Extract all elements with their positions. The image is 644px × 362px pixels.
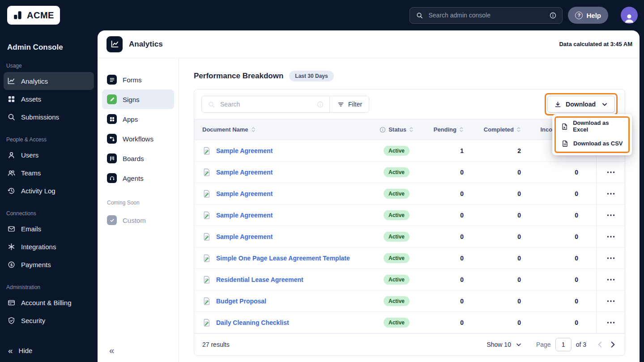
- column-header-document-name[interactable]: Document Name: [194, 119, 365, 140]
- main-panel: Analytics Data calculated at 3:45 AM For…: [98, 30, 640, 362]
- csv-file-icon: [561, 139, 569, 147]
- document-link[interactable]: Simple One Page Lease Agreement Template: [216, 255, 350, 262]
- previous-page-button[interactable]: [598, 341, 602, 348]
- sidebar-item-teams[interactable]: Teams: [4, 164, 94, 182]
- actions-cell: [596, 312, 625, 333]
- signs-icon: [107, 94, 117, 104]
- admin-search[interactable]: [409, 7, 563, 24]
- download-button[interactable]: Download: [547, 96, 615, 113]
- filter-button[interactable]: Filter: [330, 96, 369, 112]
- show-per-page-select[interactable]: Show 10: [486, 341, 522, 349]
- actions-cell: [596, 247, 625, 268]
- column-header-status[interactable]: Status: [365, 119, 428, 140]
- column-header-pending[interactable]: Pending: [428, 119, 482, 140]
- shield-icon: [7, 316, 15, 324]
- document-link[interactable]: Sample Agreement: [216, 190, 273, 197]
- question-icon: ?: [575, 12, 583, 19]
- page-label: Page: [536, 341, 551, 348]
- search-icon: [207, 100, 215, 108]
- sidebar-item-assets[interactable]: Assets: [4, 90, 94, 108]
- row-actions-button[interactable]: [604, 233, 618, 240]
- incomplete-cell: 0: [539, 204, 596, 226]
- table-search-input[interactable]: [219, 100, 312, 108]
- status-badge: Active: [384, 296, 409, 306]
- sidebar-item-account-billing[interactable]: Account & Billing: [4, 294, 94, 311]
- table-search[interactable]: [202, 96, 329, 112]
- document-name-cell: Daily Cleaning Checklist: [194, 312, 365, 333]
- nav-item-agents[interactable]: Agents: [102, 168, 174, 188]
- avatar[interactable]: [621, 7, 638, 24]
- nav-item-label: Boards: [123, 155, 144, 162]
- sort-icon: [516, 127, 521, 132]
- completed-cell: 0: [482, 226, 539, 247]
- status-badge: Active: [384, 232, 409, 242]
- nav-item-custom[interactable]: Custom: [102, 210, 174, 230]
- sign-document-icon: [202, 297, 211, 306]
- sidebar-item-payments[interactable]: $ Payments: [4, 256, 94, 273]
- sidebar-item-security[interactable]: Security: [4, 311, 94, 329]
- actions-cell: [596, 204, 625, 226]
- sidebar-item-label: Submissions: [21, 113, 59, 121]
- analytics-icon: [7, 77, 15, 85]
- table-row: Budget Proposal Active 0 0 0: [194, 290, 625, 312]
- pending-cell: 0: [428, 226, 482, 247]
- document-link[interactable]: Budget Proposal: [216, 298, 266, 305]
- completed-cell: 0: [482, 247, 539, 268]
- download-dropdown-menu: Download as Excel Download as CSV: [552, 114, 632, 155]
- nav-collapse-button[interactable]: «: [109, 345, 114, 356]
- sign-document-icon: [202, 254, 211, 263]
- status-cell: Active: [365, 162, 428, 183]
- pending-cell: 0: [428, 204, 482, 226]
- sidebar-section-administration: Administration Account & Billing Securit…: [0, 284, 98, 329]
- sidebar-item-users[interactable]: Users: [4, 146, 94, 164]
- document-name-cell: Sample Agreement: [194, 204, 365, 226]
- nav-item-signs[interactable]: Signs: [102, 89, 174, 109]
- document-link[interactable]: Sample Agreement: [216, 212, 273, 219]
- row-actions-button[interactable]: [604, 255, 618, 262]
- sidebar-hide-button[interactable]: « Hide: [8, 346, 32, 355]
- nav-item-workflows[interactable]: Workflows: [102, 129, 174, 149]
- results-count: 27 results: [202, 341, 230, 348]
- row-actions-button[interactable]: [604, 298, 618, 305]
- sidebar-item-activity-log[interactable]: Activity Log: [4, 182, 94, 200]
- row-actions-button[interactable]: [604, 276, 618, 283]
- sidebar-item-emails[interactable]: Emails: [4, 220, 94, 238]
- sidebar-item-analytics[interactable]: Analytics: [4, 72, 94, 90]
- sidebar-item-submissions[interactable]: Submissions: [4, 108, 94, 126]
- document-link[interactable]: Sample Agreement: [216, 169, 273, 176]
- next-page-button[interactable]: [611, 341, 615, 348]
- period-badge: Last 30 Days: [289, 71, 333, 81]
- status-badge: Active: [384, 275, 409, 285]
- sign-document-icon: [202, 318, 211, 327]
- document-link[interactable]: Sample Agreement: [216, 147, 273, 154]
- download-label: Download: [566, 101, 596, 108]
- row-actions-button[interactable]: [604, 169, 618, 176]
- incomplete-cell: 0: [539, 269, 596, 290]
- row-actions-button[interactable]: [604, 212, 618, 219]
- admin-search-input[interactable]: [427, 11, 545, 19]
- column-header-completed[interactable]: Completed: [482, 119, 539, 140]
- section-label: People & Access: [6, 136, 91, 143]
- status-badge: Active: [384, 210, 409, 220]
- status-badge: Active: [384, 253, 409, 263]
- sidebar-item-integrations[interactable]: Integrations: [4, 238, 94, 256]
- product-nav: Forms Signs Apps: [98, 58, 179, 362]
- column-label: Completed: [484, 126, 514, 133]
- nav-item-apps[interactable]: Apps: [102, 109, 174, 129]
- document-link[interactable]: Daily Cleaning Checklist: [216, 319, 289, 326]
- pending-cell: 0: [428, 183, 482, 204]
- collapse-icon: «: [8, 346, 13, 355]
- row-actions-button[interactable]: [604, 190, 618, 197]
- nav-item-forms[interactable]: Forms: [102, 70, 174, 89]
- filter-label: Filter: [348, 101, 362, 108]
- menu-item-download-csv[interactable]: Download as CSV: [556, 135, 628, 152]
- page-number-input[interactable]: [555, 338, 571, 351]
- document-name-cell: Sample Agreement: [194, 226, 365, 247]
- help-button[interactable]: ? Help: [568, 7, 608, 24]
- row-actions-button[interactable]: [604, 319, 618, 326]
- table-row: Simple One Page Lease Agreement Template…: [194, 247, 625, 269]
- document-link[interactable]: Sample Agreement: [216, 233, 273, 240]
- document-link[interactable]: Residential Lease Agreement: [216, 276, 303, 283]
- nav-item-boards[interactable]: Boards: [102, 149, 174, 168]
- menu-item-download-excel[interactable]: Download as Excel: [556, 118, 628, 135]
